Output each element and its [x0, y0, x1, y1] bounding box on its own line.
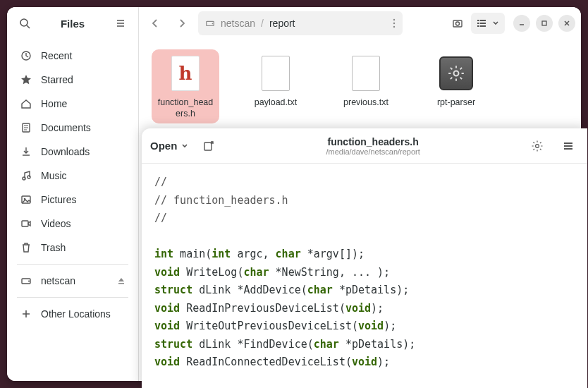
file-label: previous.txt: [343, 97, 388, 109]
path-more-icon[interactable]: [393, 18, 396, 28]
svg-point-10: [23, 177, 25, 180]
sidebar-item-label: Trash: [41, 242, 66, 253]
window-maximize-button[interactable]: [536, 15, 553, 32]
download-icon: [20, 145, 32, 158]
sidebar-item-label: Home: [41, 98, 67, 109]
file-item-function-headers[interactable]: h function_headers.h: [152, 49, 219, 123]
svg-rect-31: [542, 21, 546, 25]
svg-point-23: [456, 22, 460, 25]
nav-forward-button[interactable]: [171, 13, 192, 34]
clock-icon: [20, 49, 32, 62]
eject-icon[interactable]: [117, 277, 125, 285]
sidebar-item-music[interactable]: Music: [7, 164, 138, 188]
svg-point-42: [536, 144, 539, 147]
svg-point-32: [454, 71, 459, 76]
svg-line-39: [451, 78, 452, 79]
sidebar-item-other-locations[interactable]: Other Locations: [7, 302, 138, 326]
chevron-down-icon[interactable]: [489, 20, 502, 27]
divider: [17, 297, 128, 298]
sidebar-item-label: Pictures: [41, 194, 77, 205]
star-icon: [20, 73, 32, 86]
h-file-icon: h: [169, 54, 202, 93]
view-mode-toggle[interactable]: [471, 13, 505, 34]
app-title: Files: [41, 18, 104, 30]
svg-point-11: [27, 176, 30, 178]
svg-line-40: [460, 68, 462, 69]
drive-icon: [20, 274, 32, 287]
svg-rect-14: [22, 221, 28, 226]
svg-point-21: [393, 26, 395, 28]
drive-icon: [205, 18, 215, 28]
new-tab-icon[interactable]: [198, 135, 219, 157]
file-item-previous[interactable]: previous.txt: [332, 49, 400, 113]
file-item-payload[interactable]: payload.txt: [242, 49, 310, 113]
text-file-icon: [259, 54, 293, 93]
sidebar-item-label: Recent: [41, 50, 72, 61]
path-separator: /: [261, 18, 264, 29]
editor-header: Open function_headers.h /media/dave/nets…: [142, 128, 587, 164]
svg-rect-41: [204, 143, 212, 150]
search-icon[interactable]: [14, 13, 35, 34]
sidebar-item-videos[interactable]: Videos: [7, 212, 138, 236]
window-close-button[interactable]: [558, 15, 575, 32]
window-controls: [513, 15, 575, 32]
svg-point-19: [393, 19, 395, 20]
open-label: Open: [150, 140, 177, 152]
svg-rect-26: [477, 23, 479, 24]
photo-mode-icon[interactable]: [447, 13, 468, 34]
svg-rect-29: [480, 25, 486, 27]
svg-rect-27: [480, 23, 486, 24]
svg-line-49: [533, 148, 534, 150]
svg-line-37: [451, 68, 452, 69]
svg-rect-28: [477, 25, 479, 27]
sidebar-item-label: Documents: [41, 122, 91, 133]
sidebar-menu-icon[interactable]: [110, 13, 131, 34]
path-segment-drive[interactable]: netscan: [221, 18, 255, 29]
editor-title-wrap: function_headers.h /media/dave/netscan/r…: [229, 136, 517, 156]
svg-line-38: [460, 78, 462, 79]
sidebar-item-label: Other Locations: [41, 308, 111, 320]
plus-icon: [20, 308, 32, 320]
home-icon: [20, 97, 32, 110]
sidebar-item-label: Music: [41, 170, 67, 181]
file-label: payload.txt: [255, 97, 297, 109]
music-icon: [20, 169, 32, 182]
divider: [17, 264, 128, 265]
sidebar-item-trash[interactable]: Trash: [7, 236, 138, 260]
svg-point-20: [393, 23, 395, 24]
path-segment-current[interactable]: report: [269, 18, 295, 29]
sidebar-item-home[interactable]: Home: [7, 92, 138, 116]
open-button[interactable]: Open: [150, 140, 188, 152]
file-item-rpt-parser[interactable]: rpt-parser: [422, 49, 490, 113]
sidebar-item-label: netscan: [41, 275, 75, 286]
sidebar-item-pictures[interactable]: Pictures: [7, 188, 138, 212]
nav-back-button[interactable]: [145, 13, 166, 34]
svg-point-18: [212, 23, 214, 25]
toolbar: netscan / report: [139, 7, 581, 40]
svg-point-16: [28, 281, 30, 282]
file-label: function_headers.h: [156, 97, 215, 119]
sidebar: Files Recent Starred Home Documents: [7, 7, 139, 381]
svg-line-1: [27, 25, 30, 28]
sidebar-item-documents[interactable]: Documents: [7, 116, 138, 140]
sidebar-item-mount-netscan[interactable]: netscan: [7, 269, 138, 293]
svg-line-48: [540, 148, 541, 150]
sidebar-item-label: Downloads: [41, 146, 90, 157]
editor-body[interactable]: // // function_headers.h // int main(int…: [142, 164, 587, 388]
svg-rect-25: [480, 20, 486, 21]
gear-icon[interactable]: [527, 135, 548, 157]
svg-line-50: [540, 142, 541, 143]
sidebar-header: Files: [7, 7, 138, 40]
sidebar-item-starred[interactable]: Starred: [7, 68, 138, 92]
svg-line-47: [533, 142, 534, 143]
list-view-icon[interactable]: [474, 18, 489, 28]
video-icon: [20, 217, 32, 230]
executable-icon: [439, 54, 473, 93]
path-bar[interactable]: netscan / report: [198, 11, 403, 35]
editor-title: function_headers.h: [229, 136, 517, 147]
hamburger-menu-icon[interactable]: [558, 135, 579, 157]
sidebar-item-downloads[interactable]: Downloads: [7, 140, 138, 164]
toolbar-right: [447, 13, 575, 34]
sidebar-item-recent[interactable]: Recent: [7, 44, 138, 68]
window-minimize-button[interactable]: [513, 15, 530, 32]
